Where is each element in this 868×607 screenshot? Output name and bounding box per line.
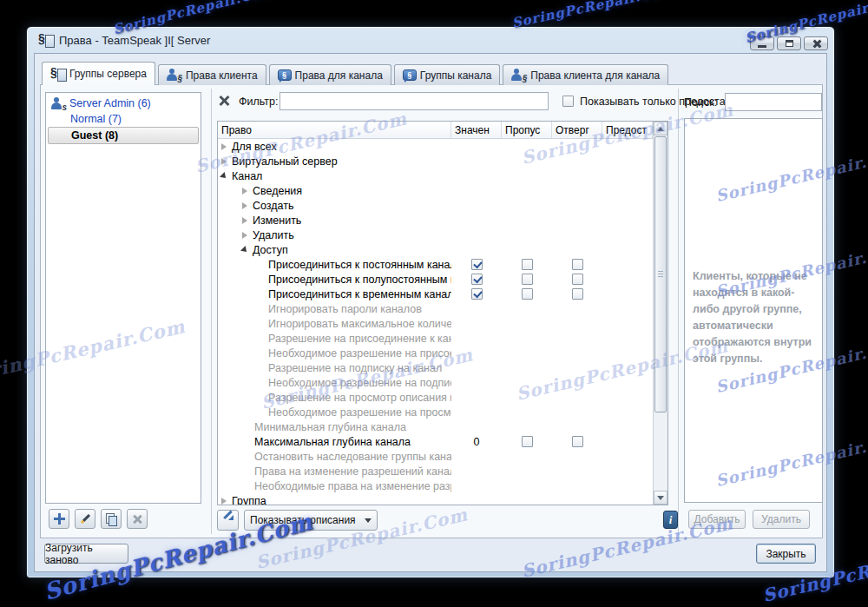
minimize-button[interactable] <box>750 36 774 50</box>
checked-checkbox[interactable] <box>471 274 483 285</box>
table-body: Для всехВиртуальный серверКаналСведенияС… <box>218 139 653 505</box>
tree-row[interactable]: Группа <box>218 493 653 505</box>
server-groups-list[interactable]: sServer Admin (6)Normal (7)Guest (8) <box>45 92 201 504</box>
expand-arrow-icon[interactable] <box>242 202 247 209</box>
expand-arrow-icon[interactable] <box>221 143 227 150</box>
show-only-granted-checkbox[interactable] <box>562 96 574 107</box>
collapse-arrow-icon[interactable] <box>220 172 228 181</box>
tab-1[interactable]: Группы сервера <box>42 62 155 85</box>
unchecked-checkbox[interactable] <box>522 436 533 447</box>
server-group-item[interactable]: sServer Admin (6) <box>48 96 199 111</box>
permission-label: Разрешение на присоединение к каналу <box>268 333 451 345</box>
table-header: ПравоЗначенПропусОтвергПредост <box>218 122 653 139</box>
expand-all-button[interactable] <box>217 510 239 531</box>
server-group-item[interactable]: Guest (8) <box>48 127 199 144</box>
tree-row[interactable]: Канал <box>218 168 653 183</box>
desktop-background: Права - TeamSpeak ]I[ Server Группы серв… <box>0 0 868 607</box>
tree-row[interactable]: Максимальная глубина канала0 <box>218 434 653 449</box>
permission-label: Изменить <box>253 214 301 227</box>
rename-group-button[interactable] <box>75 509 95 529</box>
tree-row[interactable]: Доступ <box>218 242 653 257</box>
tree-row[interactable]: Создать <box>218 198 653 213</box>
tree-row[interactable]: Необходимые права на изменение разреше..… <box>218 478 653 493</box>
permission-name-cell: Минимальная глубина канала <box>218 421 451 433</box>
checked-checkbox[interactable] <box>471 288 483 300</box>
close-button[interactable] <box>804 36 828 50</box>
expand-icon <box>223 515 233 525</box>
tree-row[interactable]: Игнорировать максимальное количеств... <box>218 316 653 331</box>
permission-label: Присоединиться к временным каналам <box>268 288 451 300</box>
filter-input[interactable] <box>279 92 549 110</box>
maximize-button[interactable] <box>777 36 801 50</box>
tab-4[interactable]: Группы канала <box>394 64 500 85</box>
search-label: Поиск: <box>684 96 717 109</box>
tab-label: Группы сервера <box>69 68 147 80</box>
tree-row[interactable]: Виртуальный сервер <box>218 154 653 168</box>
tab-5[interactable]: §Права клиента для канала <box>503 64 668 85</box>
unchecked-checkbox[interactable] <box>572 274 583 285</box>
tab-label: Права для канала <box>295 69 383 82</box>
tab-3[interactable]: Права для канала <box>269 64 391 85</box>
server-group-item[interactable]: Normal (7) <box>48 111 199 127</box>
tab-2[interactable]: §Права клиента <box>158 64 266 85</box>
server-group-label: Normal (7) <box>70 113 122 125</box>
search-input[interactable] <box>725 93 822 111</box>
unchecked-checkbox[interactable] <box>522 274 533 285</box>
scroll-down-button[interactable] <box>654 491 667 505</box>
permission-cell <box>502 274 552 285</box>
tree-row[interactable]: Разрешение на подписку на канал <box>218 360 653 375</box>
tree-row[interactable]: Необходимое разрешение на подписку ... <box>218 375 653 390</box>
add-client-button[interactable]: Добавить <box>688 510 746 529</box>
permission-label: Права на изменение разрешений канала <box>254 465 451 478</box>
column-header: Право <box>218 122 451 138</box>
vertical-scrollbar[interactable] <box>653 122 667 505</box>
checked-checkbox[interactable] <box>471 259 483 270</box>
scrollbar-thumb[interactable] <box>654 136 667 412</box>
tree-row[interactable]: Необходимое разрешение на просмотр ... <box>218 405 653 419</box>
tree-row[interactable]: Присоединиться к постоянным каналам <box>218 257 653 272</box>
remove-client-button[interactable]: Удалить <box>753 510 810 529</box>
tree-row[interactable]: Необходимое разрешение на присоеди... <box>218 346 653 360</box>
reload-button[interactable]: Загрузить заново <box>44 544 128 564</box>
tree-row[interactable]: Изменить <box>218 213 653 228</box>
add-group-button[interactable] <box>49 509 69 529</box>
permission-name-cell: Игнорировать максимальное количеств... <box>218 318 451 330</box>
permission-label: Необходимое разрешение на подписку ... <box>268 377 451 389</box>
expand-arrow-icon[interactable] <box>221 498 227 505</box>
tree-row[interactable]: Удалить <box>218 228 653 242</box>
tree-row[interactable]: Присоединиться к временным каналам <box>218 287 653 301</box>
copy-icon <box>106 513 116 525</box>
info-button[interactable]: i <box>663 511 678 529</box>
tree-row[interactable]: Игнорировать пароли каналов <box>218 301 653 316</box>
unchecked-checkbox[interactable] <box>572 288 583 300</box>
permission-name-cell: Канал <box>218 170 451 182</box>
expand-arrow-icon[interactable] <box>221 158 227 165</box>
tree-row[interactable]: Права на изменение разрешений канала <box>218 464 653 478</box>
show-descriptions-dropdown[interactable]: Показывать описания <box>244 510 378 531</box>
clear-filter-icon[interactable] <box>219 95 230 106</box>
collapse-arrow-icon[interactable] <box>240 246 249 254</box>
delete-group-button[interactable] <box>127 509 148 529</box>
unchecked-checkbox[interactable] <box>522 288 533 300</box>
tree-row[interactable]: Для всех <box>218 139 653 154</box>
clients-list[interactable]: Клиенты, которые не находятся в какой-ли… <box>684 118 823 503</box>
expand-arrow-icon[interactable] <box>242 217 247 224</box>
tree-row[interactable]: Разрешение на просмотр описания кан... <box>218 390 653 405</box>
unchecked-checkbox[interactable] <box>522 259 533 270</box>
permission-name-cell: Присоединиться к временным каналам <box>218 288 451 300</box>
unchecked-checkbox[interactable] <box>572 436 583 447</box>
tree-row[interactable]: Остановить наследование группы канала <box>218 449 653 464</box>
titlebar[interactable]: Права - TeamSpeak ]I[ Server <box>27 27 834 53</box>
section-document-icon <box>50 67 65 81</box>
tree-row[interactable]: Разрешение на присоединение к каналу <box>218 331 653 346</box>
scroll-up-button[interactable] <box>654 122 667 135</box>
tree-row[interactable]: Присоединиться к полупостоянным кан... <box>218 272 653 287</box>
copy-group-button[interactable] <box>101 509 122 529</box>
tree-row[interactable]: Сведения <box>218 183 653 198</box>
close-dialog-button[interactable]: Закрыть <box>756 544 816 564</box>
permission-name-cell: Необходимое разрешение на просмотр ... <box>218 406 451 419</box>
expand-arrow-icon[interactable] <box>242 188 247 195</box>
expand-arrow-icon[interactable] <box>242 232 247 239</box>
tree-row[interactable]: Минимальная глубина канала <box>218 419 653 434</box>
unchecked-checkbox[interactable] <box>572 259 583 270</box>
